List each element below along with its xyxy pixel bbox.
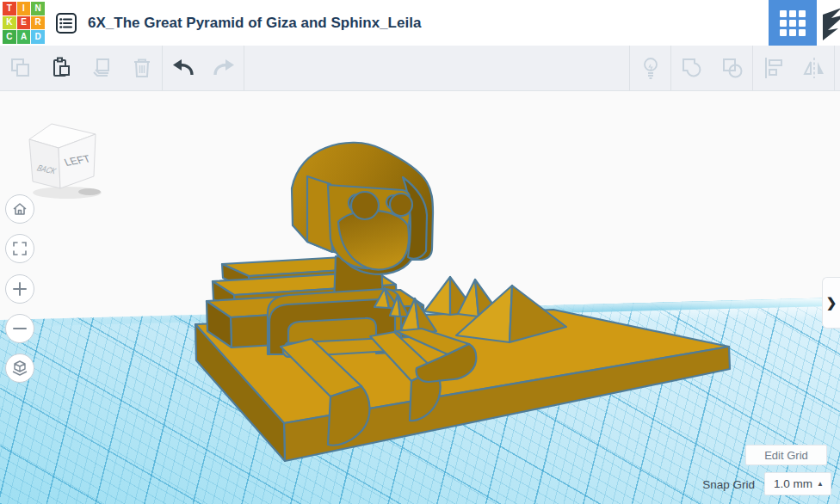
redo-icon	[212, 57, 236, 79]
group-button[interactable]	[671, 46, 712, 90]
design-title[interactable]: 6X_The Great Pyramid of Giza and Sphinx_…	[88, 0, 421, 46]
logo-cell: A	[17, 30, 31, 44]
align-icon	[762, 56, 786, 80]
fit-view-icon	[12, 241, 28, 256]
logo-cell: R	[31, 16, 45, 30]
align-button[interactable]	[753, 46, 794, 90]
workplane-far-edge	[0, 297, 840, 328]
fit-view-button[interactable]	[5, 234, 34, 263]
mirror-button[interactable]	[794, 46, 834, 90]
grid-icon	[780, 10, 806, 36]
snap-grid-value: 1.0 mm	[765, 477, 817, 490]
home-icon	[12, 201, 28, 217]
zoom-out-icon	[12, 321, 28, 336]
chevron-right-icon: ❯	[826, 295, 837, 310]
lightbulb-icon	[639, 56, 662, 80]
view-cube[interactable]: BACK LEFT	[21, 115, 133, 210]
zoom-out-button[interactable]	[5, 314, 34, 343]
logo-cell: D	[31, 30, 45, 44]
logo-cell: E	[17, 16, 31, 30]
logo-cell: N	[31, 2, 45, 15]
copy-button[interactable]	[0, 46, 40, 90]
undo-button[interactable]	[163, 46, 203, 90]
edit-toolbar	[0, 46, 840, 91]
viewport-3d[interactable]: BACK LEFT ❯ Edit Grid Snap Grid 1.0 mm	[0, 91, 840, 504]
paste-icon	[50, 57, 72, 79]
design-properties-button[interactable]	[54, 11, 78, 35]
dashboard-grid-button[interactable]	[769, 0, 817, 46]
redo-button[interactable]	[203, 46, 244, 90]
perspective-cube-icon	[11, 360, 28, 377]
logo-cell: I	[17, 2, 31, 15]
duplicate-icon	[90, 57, 113, 79]
home-view-button[interactable]	[5, 194, 34, 224]
show-all-button[interactable]	[630, 46, 670, 90]
delete-button[interactable]	[121, 46, 162, 90]
zoom-in-button[interactable]	[5, 274, 34, 304]
tinkercad-editor-window: BACK LEFT ❯ Edit Grid Snap Grid 1.0 mm	[0, 0, 840, 504]
copy-icon	[9, 57, 32, 79]
mirror-icon	[802, 56, 826, 80]
list-icon	[55, 12, 77, 34]
group-icon	[680, 56, 704, 80]
dropdown-up-arrow-icon: ▲	[817, 480, 831, 488]
paste-button[interactable]	[40, 46, 81, 90]
ungroup-icon	[720, 56, 744, 80]
ungroup-button[interactable]	[712, 46, 752, 90]
logo-cell: T	[3, 2, 16, 15]
snap-grid-label: Snap Grid	[702, 473, 755, 496]
trash-icon	[131, 57, 153, 79]
toolbar-spacer	[244, 46, 629, 90]
collapse-panel-toggle[interactable]: ❯	[822, 277, 840, 329]
undo-icon	[171, 57, 195, 79]
snap-grid-select[interactable]: 1.0 mm ▲	[764, 472, 831, 495]
duplicate-button[interactable]	[81, 46, 121, 90]
perspective-toggle-button[interactable]	[5, 353, 34, 383]
logo-cell: K	[3, 16, 16, 30]
logo-cell: C	[3, 30, 16, 44]
header-bar: T I N K E R C A D 6X_The Great Pyramid o…	[0, 0, 840, 46]
toolbar-stub	[835, 46, 840, 90]
tinkercad-logo[interactable]: T I N K E R C A D	[3, 2, 45, 44]
clipped-tool-icon[interactable]	[821, 4, 840, 42]
zoom-in-icon	[12, 281, 28, 297]
edit-grid-button[interactable]: Edit Grid	[745, 445, 827, 465]
